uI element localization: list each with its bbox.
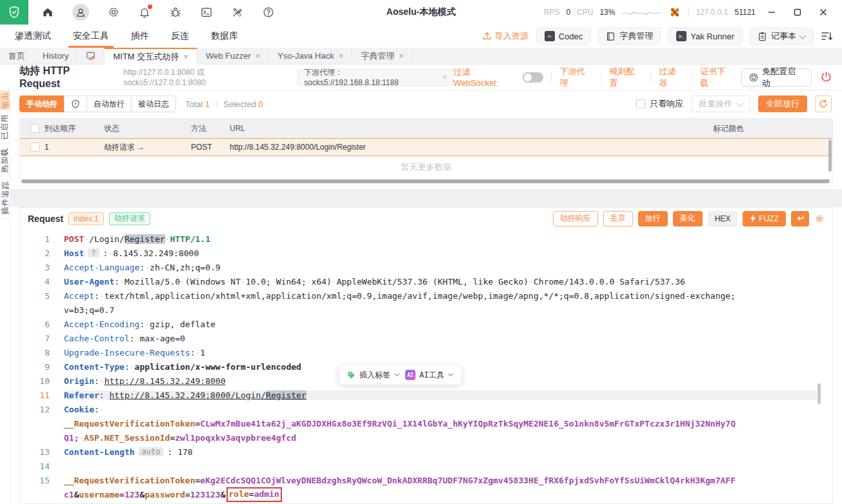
avatar[interactable]	[72, 4, 89, 21]
code-line-content: Host?:·8.145.32.249:8000	[64, 248, 832, 258]
side-tab-输出[interactable]: 输出	[0, 91, 10, 110]
help-icon[interactable]	[262, 6, 275, 19]
table-row[interactable]: 1劫持请求 →POSThttp://8.145.32.249:8000/Logi…	[20, 138, 832, 156]
code-token: Upgrade-Insecure-Requests	[64, 348, 190, 358]
tools-icon[interactable]	[231, 6, 244, 19]
terminal-icon[interactable]	[200, 6, 213, 19]
side-tab-已启用[interactable]: 已启用	[0, 110, 10, 144]
shield-badge-icon	[749, 73, 758, 82]
hijack-shield-button[interactable]	[64, 96, 87, 112]
code-token: :·	[139, 263, 150, 272]
left-vertical-tabs: 输出已启用热加载插件追踪	[0, 91, 10, 504]
close-button[interactable]	[814, 3, 833, 21]
tab-screen-recorder-icon[interactable]	[77, 48, 105, 64]
close-tab-icon[interactable]: ×	[256, 51, 261, 61]
side-tab-热加载[interactable]: 热加载	[0, 144, 10, 177]
http-request-editor[interactable]: 插入标签 AI AI工具 1POST·/Login/Register·HTTP/…	[20, 229, 832, 503]
tab-字典管理[interactable]: 字典管理×	[352, 48, 413, 64]
code-line: 5Accept:·text/html,application/xhtml+xml…	[20, 288, 832, 303]
batch-actions-dropdown[interactable]: 批量操作	[691, 96, 750, 112]
beautify-button[interactable]: 美化	[673, 211, 703, 227]
maximize-button[interactable]	[788, 3, 807, 21]
mitm-header: 劫持 HTTP Request http://127.0.0.1:8080 或 …	[0, 65, 842, 90]
selected-label: Selected	[223, 99, 256, 109]
fuzz-button[interactable]: FUZZ	[743, 211, 786, 227]
notifications-bell-icon[interactable]	[138, 6, 151, 19]
close-tab-icon[interactable]: ×	[399, 51, 404, 61]
cpu-sparkline	[621, 7, 661, 17]
shield-alert-icon	[71, 99, 80, 108]
tab-Yso-Java Hack[interactable]: Yso-Java Hack×	[269, 48, 352, 64]
editor-vertical-scrollbar[interactable]	[817, 383, 821, 404]
header-link-过滤器[interactable]: 过滤器	[659, 66, 684, 89]
main-area: 输出已启用热加载插件追踪 手动劫持自动放行被动日志 Total 1 Select…	[0, 91, 842, 504]
divider	[692, 73, 692, 82]
app-logo-shield-icon[interactable]	[0, 0, 28, 25]
table-vertical-scrollbar[interactable]	[828, 139, 832, 172]
websocket-filter-toggle[interactable]	[523, 72, 543, 83]
yak-pinwheel-icon[interactable]	[668, 5, 682, 19]
notification-dot	[148, 5, 152, 9]
refresh-icon	[819, 99, 828, 108]
send-enter-button[interactable]	[791, 211, 809, 227]
header-link-规则配置[interactable]: 规则配置	[609, 66, 643, 89]
code-token: Host	[64, 248, 84, 258]
line-number: 10	[20, 376, 50, 386]
tab-label: 字典管理	[361, 50, 394, 62]
close-tab-icon[interactable]: ×	[183, 52, 188, 61]
hijack-response-button[interactable]: 劫持响应	[553, 211, 598, 227]
menubar-button-Yak Runner[interactable]: >_Yak Runner	[668, 27, 743, 45]
mode-button-自动放行[interactable]: 自动放行	[86, 96, 132, 112]
mode-button-被动日志[interactable]: 被动日志	[131, 96, 176, 112]
allow-button[interactable]: 放行	[638, 211, 668, 227]
power-stop-icon[interactable]	[819, 70, 833, 84]
allow-all-button[interactable]: 全部放行	[758, 96, 807, 112]
editor-settings-button[interactable]	[814, 211, 825, 227]
select-all-checkbox[interactable]	[30, 124, 39, 133]
refresh-button[interactable]	[815, 96, 832, 112]
column-header-label: 方法	[191, 123, 206, 134]
column-header-标记颜色: 标记颜色	[713, 123, 832, 134]
menu-item-反连[interactable]: 反连	[160, 25, 200, 48]
code-line: 6Accept-Encoding:·gzip,·deflate	[20, 317, 832, 331]
row-checkbox[interactable]	[30, 143, 39, 152]
code-token: &	[221, 490, 226, 499]
settings-gear-icon[interactable]	[107, 6, 120, 19]
tab-MITM 交互式劫持[interactable]: MITM 交互式劫持×	[105, 48, 197, 65]
only-response-checkbox[interactable]	[636, 99, 645, 108]
proxy-info: http://127.0.0.1:8080 或 socks5://127.0.0…	[123, 67, 288, 87]
code-token: admin	[254, 489, 279, 499]
sort-list-icon[interactable]	[821, 31, 833, 41]
menubar-button-记事本[interactable]: 记事本	[749, 27, 814, 45]
tab-Web Fuzzer[interactable]: Web Fuzzer×	[197, 48, 269, 64]
minimize-button[interactable]	[762, 3, 781, 21]
horizontal-scrollbar[interactable]	[21, 179, 830, 183]
menu-item-数据库[interactable]: 数据库	[200, 25, 249, 48]
menubar-button-字典管理[interactable]: 字典管理	[597, 27, 661, 45]
menubar-button-Codec[interactable]: ‹›Codec	[536, 27, 592, 45]
debug-bug-icon[interactable]	[169, 6, 182, 19]
ai-tools-menu[interactable]: AI AI工具	[405, 370, 454, 381]
request-status-tag: 劫持请求	[109, 212, 150, 225]
home-icon[interactable]	[41, 6, 54, 19]
connection-port: 51121	[735, 8, 756, 17]
free-config-start-button[interactable]: 免配置启动	[741, 68, 812, 86]
mode-button-手动劫持[interactable]: 手动劫持	[19, 96, 65, 112]
panel-splitter[interactable]	[10, 189, 842, 207]
close-tab-icon[interactable]: ×	[339, 51, 344, 61]
line-number: 15	[20, 476, 50, 485]
tab-首页[interactable]: 首页	[0, 48, 34, 64]
import-resource-link[interactable]: 导入资源	[483, 30, 528, 42]
header-link-证书下载[interactable]: 证书下载	[700, 66, 734, 89]
tab-History[interactable]: History	[34, 48, 77, 64]
remove-downstream-proxy-icon[interactable]: ×	[443, 73, 447, 82]
discard-button[interactable]: 丢弃	[603, 211, 633, 227]
header-link-下游代理[interactable]: 下游代理	[559, 66, 593, 89]
line-number: 4	[20, 277, 50, 287]
insert-tag-menu[interactable]: 插入标签	[347, 370, 400, 381]
menu-item-插件[interactable]: 插件	[120, 25, 160, 48]
menu-item-渗透测试[interactable]: 渗透测试	[4, 25, 62, 48]
side-tab-插件追踪[interactable]: 插件追踪	[0, 177, 10, 219]
hex-button[interactable]: HEX	[708, 211, 738, 227]
menu-item-安全工具[interactable]: 安全工具	[62, 25, 120, 48]
